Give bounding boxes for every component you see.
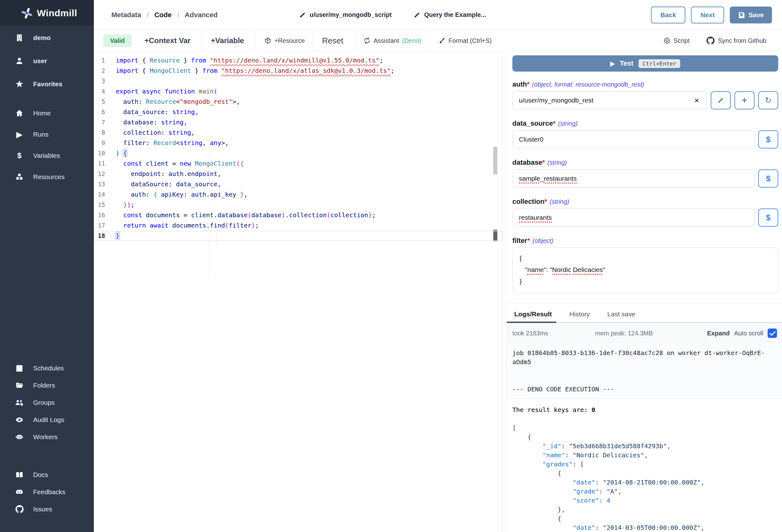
eye-icon xyxy=(12,416,26,424)
plus-icon: + xyxy=(742,96,747,105)
clear-resource-icon[interactable]: × xyxy=(693,96,700,105)
sidebar-item-groups[interactable]: Groups xyxy=(0,394,94,411)
toolbar-format-ctrl-s[interactable]: Format (Ctrl+S) xyxy=(430,33,500,48)
tab-metadata[interactable]: Metadata xyxy=(111,11,141,19)
logs-pane: Logs/ResultHistoryLast save took 2183ms … xyxy=(507,303,782,532)
code-line-13: 13 dataSource: data_source, xyxy=(94,179,502,189)
refresh-resource-button[interactable]: ↻ xyxy=(758,91,778,109)
test-button[interactable]: ▶ Test Ctrl+Enter xyxy=(512,55,778,72)
robot-icon xyxy=(12,433,26,441)
breadcrumb-separator: / xyxy=(177,11,179,19)
run-stats: took 2183ms mem peak: 124.3MB Expand Aut… xyxy=(507,323,782,344)
sidebar-item-label: Groups xyxy=(33,399,55,406)
sidebar-nav-group: Home▶Runs$VariablesResources xyxy=(0,103,94,188)
sidebar-item-label: Schedules xyxy=(33,365,64,372)
field-database: database*(string)sample_restaurants$ xyxy=(512,158,778,188)
code-line-9: 9 filter: Record<string, any>, xyxy=(94,138,502,148)
sidebar-item-label: Runs xyxy=(33,131,48,138)
cubes-icon xyxy=(12,173,26,181)
groups-icon xyxy=(12,398,26,407)
result-tabs: Logs/ResultHistoryLast save xyxy=(507,304,782,323)
sidebar-item-label: Variables xyxy=(33,152,60,159)
sidebar-item-home[interactable]: Home xyxy=(0,103,94,124)
sidebar-item-resources[interactable]: Resources xyxy=(0,166,94,188)
toolbar-resource[interactable]: +Resource xyxy=(256,33,313,48)
auth-resource-input[interactable]: u/user/my_mongodb_rest× xyxy=(512,91,707,109)
github-icon xyxy=(706,37,715,45)
sidebar-item-runs[interactable]: ▶Runs xyxy=(0,124,94,145)
collection-input[interactable]: restaurants xyxy=(512,208,754,227)
toolbar-context-var[interactable]: +Context Var xyxy=(136,33,202,48)
next-button[interactable]: Next xyxy=(691,7,724,24)
sidebar-item-feedbacks[interactable]: Feedbacks xyxy=(0,483,94,500)
sidebar-item-variables[interactable]: $Variables xyxy=(0,145,94,166)
add-resource-button[interactable]: + xyxy=(735,91,754,109)
toolbar-reset[interactable]: Reset xyxy=(313,33,355,48)
sidebar-item-workers[interactable]: Workers xyxy=(0,428,94,446)
tab-logs-result[interactable]: Logs/Result xyxy=(512,310,554,322)
filter-object-editor[interactable]: { "name": "Nordic Delicacies"} xyxy=(512,248,778,293)
sidebar-item-user[interactable]: user xyxy=(0,49,94,73)
toolbar-assistant[interactable]: Assistant (Deno) xyxy=(355,33,429,48)
line-number: 6 xyxy=(94,107,105,117)
sidebar-item-demo[interactable]: demo xyxy=(0,26,94,49)
took-label: took 2183ms xyxy=(512,330,548,337)
tab-advanced[interactable]: Advanced xyxy=(185,11,218,19)
sidebar-item-issues[interactable]: Issues xyxy=(0,500,94,518)
code-line-14: 14 auth: { apiKey: auth.api_key }, xyxy=(94,189,502,200)
save-button[interactable]: Save xyxy=(730,7,772,24)
sidebar-item-folders[interactable]: Folders xyxy=(0,377,94,394)
dollar-icon: +Context Var xyxy=(144,37,190,44)
data_source-input[interactable]: Cluster0 xyxy=(512,130,754,149)
data_source-insert-variable-button[interactable]: $ xyxy=(758,130,778,149)
panel-resize-handle[interactable] xyxy=(502,51,507,532)
code-line-8: 8 collection: string, xyxy=(94,127,502,138)
field-label: database*(string) xyxy=(512,158,778,166)
sidebar-item-schedules[interactable]: Schedules xyxy=(0,359,94,377)
toolbar-sync-from-github[interactable]: Sync from Github xyxy=(702,33,771,48)
tab-code[interactable]: Code xyxy=(154,11,171,19)
code-line-10: 10) { xyxy=(94,148,502,158)
brush-icon xyxy=(438,37,446,44)
sidebar-item-label: Feedbacks xyxy=(33,488,65,496)
windmill-logo[interactable]: Windmill xyxy=(0,0,94,26)
edit-resource-button[interactable] xyxy=(711,91,731,109)
sidebar-item-favorites[interactable]: ★Favorites xyxy=(0,73,94,96)
toolbar-script[interactable]: Script xyxy=(659,33,694,48)
result-json-output: The result keys are: 0 [ { "_id": "5eb3d… xyxy=(507,399,782,532)
save-floppy-icon xyxy=(738,11,745,19)
pencil-icon xyxy=(717,97,724,104)
line-number: 2 xyxy=(94,66,105,76)
code-editor[interactable]: 1import { Resource } from "https://deno.… xyxy=(94,51,502,532)
line-number: 9 xyxy=(94,138,105,148)
valid-status-badge: Valid xyxy=(103,34,132,47)
toolbar-variable[interactable]: +Variable xyxy=(202,33,255,48)
autoscroll-label: Auto scroll xyxy=(734,330,763,337)
field-label: auth*(object, format: resource-mongodb_r… xyxy=(512,80,778,88)
tab-history[interactable]: History xyxy=(567,310,592,322)
job-log-output: job 01864b05-8033-b136-1def-f30c48ac7c28… xyxy=(507,344,782,399)
code-line-2: 2import { MongoClient } from "https://de… xyxy=(94,66,502,76)
editor-toolbar: Valid +Context Var+Variable+ResourceRese… xyxy=(94,30,782,51)
sidebar-item-docs[interactable]: Docs xyxy=(0,466,94,483)
line-number: 17 xyxy=(94,220,105,231)
tab-last-save[interactable]: Last save xyxy=(606,310,638,322)
database-insert-variable-button[interactable]: $ xyxy=(758,169,778,188)
pencil-icon xyxy=(414,11,420,18)
script-summary-edit[interactable]: Query the Example... xyxy=(414,11,486,18)
collection-insert-variable-button[interactable]: $ xyxy=(758,208,778,227)
expand-button[interactable]: Expand xyxy=(707,330,730,337)
back-button[interactable]: Back xyxy=(651,7,685,24)
sidebar-item-label: Home xyxy=(33,109,51,117)
database-input[interactable]: sample_restaurants xyxy=(512,169,754,188)
autoscroll-checkbox[interactable] xyxy=(768,329,777,338)
line-number: 7 xyxy=(94,117,105,127)
sidebar-item-label: Audit Logs xyxy=(33,416,64,423)
script-path-edit[interactable]: u/user/my_mongodb_script xyxy=(299,11,392,18)
line-number: 10 xyxy=(94,148,105,158)
home-icon xyxy=(12,109,26,117)
sidebar-item-audit-logs[interactable]: Audit Logs xyxy=(0,411,94,428)
line-number: 15 xyxy=(94,200,105,210)
run-panel: ▶ Test Ctrl+Enter auth*(object, format: … xyxy=(507,51,782,532)
sidebar-admin-group: SchedulesFoldersGroupsAudit LogsWorkers xyxy=(0,359,94,446)
